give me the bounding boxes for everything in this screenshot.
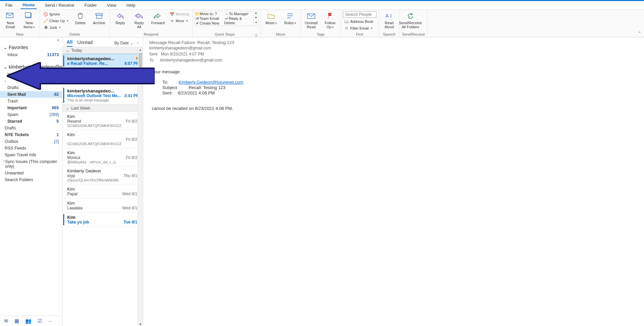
body-message: cannot be recalled on 8/23/2021 4:06 PM. [152, 106, 233, 111]
folder-drafts2[interactable]: Drafts [0, 125, 62, 131]
folder-trash[interactable]: Trash [0, 98, 62, 105]
scroll-thumb[interactable] [138, 53, 142, 73]
qs-dialog-launcher[interactable]: ◳ [255, 34, 258, 37]
qs-down[interactable]: ▼ [254, 16, 258, 21]
group-label: Last Week [71, 106, 90, 111]
folder-sync[interactable]: ›Sync Issues (This computer only) [0, 158, 62, 170]
qs-replydelete[interactable]: ↩Reply & Delete [224, 16, 253, 25]
followup-button[interactable]: Follow Up [322, 11, 338, 29]
nav-people-icon[interactable]: 👥 [25, 318, 32, 324]
account-header[interactable]: ⌄kimberlyshanagedeon@g... [0, 63, 62, 71]
ribbon-group-sr-label: Send/Receive [402, 32, 425, 37]
qs-createnew[interactable]: ✔Create New [195, 21, 224, 26]
qs-more[interactable]: ▾ [254, 21, 258, 26]
filteremail-label: Filter Email [350, 26, 369, 30]
nav-more-icon[interactable]: ··· [48, 318, 52, 324]
broom-icon: 🧹 [43, 18, 48, 23]
message-list-scrollbar[interactable]: ▲ ▼ [137, 48, 143, 326]
nav-calendar-icon[interactable]: ▦ [14, 318, 19, 324]
list-group-header[interactable]: ⌄Last Week [63, 105, 143, 112]
message-list-item[interactable]: KimTake yo jobTue 8/17 [63, 213, 143, 227]
message-list-item[interactable]: KimMonicaFri 8/20@blikkyikky : ref=cm_sw… [63, 148, 143, 166]
folder-inbox[interactable]: Inbox [0, 71, 62, 78]
sort-by-date[interactable]: By Date⌄↑ [114, 41, 139, 45]
nav-tasks-icon[interactable]: ☑ [38, 318, 42, 324]
archive-button[interactable]: Archive [91, 11, 108, 25]
list-group-header[interactable]: ⌄Today [63, 47, 143, 54]
filter-email-button[interactable]: ▽Filter Email [343, 25, 376, 31]
sendreceive-all-button[interactable]: Send/Receive All Folders [402, 11, 419, 29]
tab-folder[interactable]: Folder [82, 2, 99, 9]
move-button[interactable]: Move [263, 11, 280, 25]
rules-button[interactable]: Rules [282, 11, 298, 25]
more-respond-button[interactable]: ↪More [168, 18, 190, 24]
new-items-button[interactable]: New Items [21, 11, 38, 29]
meeting-button[interactable]: 📅Meeting [168, 11, 190, 17]
new-email-button[interactable]: New Email [2, 11, 19, 29]
ribbon-collapse-button[interactable]: ⌃ [638, 31, 641, 36]
folder-fav-inbox[interactable]: Inbox11373 [0, 51, 62, 58]
message-list-item[interactable]: KimLaaalalaWed 8/18 [63, 199, 143, 213]
folder-gmail[interactable]: ⌄[G... [0, 78, 62, 84]
folder-nye[interactable]: NYE Tickets1 [0, 131, 62, 138]
address-book-button[interactable]: 📖Address Book [343, 18, 376, 25]
scroll-up-icon[interactable]: ▲ [138, 48, 143, 51]
tab-file[interactable]: File [3, 2, 14, 9]
folder-spain[interactable]: Spain Travel Info [0, 152, 62, 158]
folder-sentmail[interactable]: Sent Mail82 [0, 91, 62, 98]
qs-teamemail[interactable]: ✉Team Email [195, 16, 224, 21]
unread-read-button[interactable]: Unread/ Read [303, 11, 320, 29]
tab-home[interactable]: Home [21, 1, 37, 9]
followup-label: Follow Up [325, 21, 335, 29]
junk-label: Junk [49, 26, 57, 30]
reading-sent-row: Sent Mon 8/23/2021 4:07 PM [149, 51, 638, 57]
folder-drafts[interactable]: Drafts [0, 84, 62, 91]
message-list-item[interactable]: kimberlyshanagedeo...⚑e Recall Failure: … [63, 54, 143, 68]
tab-view[interactable]: View [105, 2, 118, 9]
message-list-item[interactable]: KimResendFri 8/20GC66GSSKJMTQFDMHFIKIX2Z [63, 112, 143, 130]
qs-up[interactable]: ▲ [254, 11, 258, 16]
scroll-down-icon[interactable]: ▼ [138, 323, 143, 326]
ribbon-group-delete: 🚫Ignore 🧹Clean Up 🛇Junk Delete Archive D… [40, 10, 110, 37]
folder-spam[interactable]: Spam[269] [0, 111, 62, 118]
tab-sendreceive[interactable]: Send / Receive [43, 2, 76, 9]
reading-subject: Message Recall Failure: Recall: Testing … [149, 40, 638, 45]
filter-unread[interactable]: Unread [77, 40, 93, 46]
reply-button[interactable]: Reply [112, 11, 129, 25]
body-to-link[interactable]: Kimberly.Gedeon@futurenet.com [179, 80, 243, 85]
reply-all-button[interactable]: Reply All [131, 11, 148, 29]
folder-outbox[interactable]: Outbox[2] [0, 138, 62, 145]
nav-mail-icon[interactable]: ✉ [4, 318, 8, 324]
message-list-item[interactable]: KimberlyShanaGede...Testing 1233:46 PMFr… [63, 68, 143, 86]
search-people-input[interactable] [343, 11, 376, 18]
ribbon-group-tags-label: Tags [303, 32, 338, 37]
ignore-button[interactable]: 🚫Ignore [42, 11, 70, 17]
favorites-header[interactable]: ⌄Favorites [0, 43, 62, 51]
ribbon-group-respond: Reply Reply All Forward 📅Meeting ↪More R… [110, 10, 193, 37]
folder-pane-collapse[interactable]: < [0, 37, 62, 43]
new-items-icon [25, 12, 34, 20]
tab-help[interactable]: Help [124, 2, 137, 9]
cleanup-button[interactable]: 🧹Clean Up [42, 18, 70, 24]
message-list-item[interactable]: kimberlyshanagedeo...Microsoft Outlook T… [63, 86, 143, 105]
body-sent-value: 8/23/2021 4:06 PM [178, 90, 215, 95]
msg-from: Kim [67, 114, 75, 119]
qs-moveto[interactable]: 📁Move to: ? [195, 11, 224, 16]
body-subj-value: Recall: Testing 123 [189, 85, 226, 90]
read-aloud-button[interactable]: ARead Aloud [381, 11, 398, 29]
folder-important[interactable]: Important865 [0, 105, 62, 111]
folder-searchfolders[interactable]: Search Folders [0, 176, 62, 183]
folder-rss[interactable]: RSS Feeds [0, 145, 62, 152]
msg-subject: Papal [67, 192, 78, 196]
filter-all[interactable]: All [67, 39, 73, 47]
folder-unwanted[interactable]: Unwanted [0, 170, 62, 176]
message-list-item[interactable]: KimFri 8/20GC66GSSKJMTQFDMHFIKIX2Z [63, 130, 143, 148]
forward-button[interactable]: Forward [150, 11, 166, 25]
message-list-item[interactable]: Kimberly GedeonxrppThu 8/19rDpyvZQL6mYKV… [63, 166, 143, 185]
folder-starred[interactable]: Starred5 [0, 118, 62, 125]
delete-button[interactable]: Delete [72, 11, 89, 25]
message-list-item[interactable]: KimPapalWed 8/18 [63, 185, 143, 199]
qs-tomanager[interactable]: →To Manager [224, 11, 253, 16]
junk-button[interactable]: 🛇Junk [42, 25, 70, 31]
folder-label: Search Folders [5, 177, 33, 182]
